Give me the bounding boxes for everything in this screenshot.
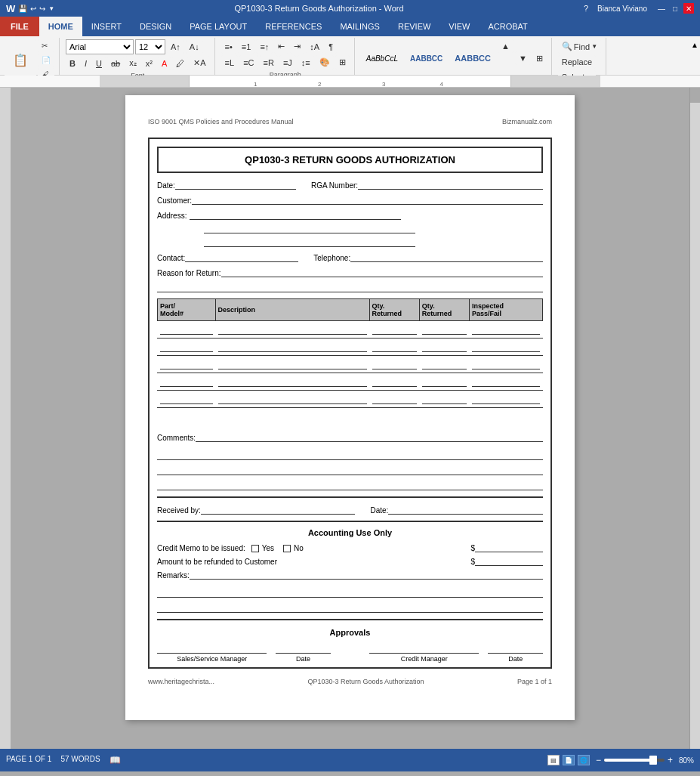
- credit-manager-sign[interactable]: [369, 643, 479, 654]
- align-left-button[interactable]: ≡L: [221, 55, 239, 70]
- read-mode-view[interactable]: 📄: [563, 755, 575, 765]
- sales-date-sign[interactable]: [276, 643, 331, 654]
- tab-acrobat[interactable]: ACROBAT: [479, 17, 536, 36]
- tab-view[interactable]: VIEW: [439, 17, 479, 36]
- highlight-button[interactable]: 🖊: [172, 57, 188, 70]
- show-marks-button[interactable]: ¶: [325, 39, 337, 54]
- print-layout-view[interactable]: ▤: [547, 755, 560, 765]
- style-heading2[interactable]: AABBCC: [449, 39, 496, 77]
- address-line1: Address:: [157, 209, 543, 220]
- line-spacing-button[interactable]: ↕≡: [298, 55, 314, 70]
- bullets-button[interactable]: ≡•: [221, 39, 236, 54]
- superscript-button[interactable]: x²: [142, 57, 156, 70]
- no-checkbox[interactable]: [283, 545, 291, 552]
- align-center-button[interactable]: ≡C: [239, 55, 257, 70]
- document-area[interactable]: ISO 9001 QMS Policies and Procedures Man…: [11, 88, 689, 749]
- styles-more-button[interactable]: ⊞: [532, 51, 547, 66]
- received-field[interactable]: [201, 504, 356, 515]
- bold-button[interactable]: B: [66, 57, 79, 70]
- help-icon[interactable]: ?: [584, 4, 588, 13]
- credit-date-sign[interactable]: [488, 643, 543, 654]
- address-field3[interactable]: [204, 237, 415, 247]
- font-name-select[interactable]: Arial: [66, 39, 134, 54]
- address-field2[interactable]: [204, 223, 415, 233]
- tab-page-layout[interactable]: PAGE LAYOUT: [180, 17, 256, 36]
- shrink-font-button[interactable]: A↓: [186, 40, 203, 54]
- numbering-button[interactable]: ≡1: [238, 39, 255, 54]
- minimize-button[interactable]: —: [656, 3, 667, 14]
- rga-field[interactable]: [358, 179, 543, 190]
- refund-amount-field[interactable]: [475, 555, 543, 566]
- yes-checkbox[interactable]: [251, 545, 259, 552]
- web-view[interactable]: 🌐: [578, 755, 590, 765]
- quick-access-more[interactable]: ▼: [48, 5, 54, 12]
- received-date-field[interactable]: [388, 504, 543, 515]
- quick-access-redo[interactable]: ↪: [39, 5, 45, 13]
- grow-font-button[interactable]: A↑: [167, 40, 184, 54]
- style-emphasis[interactable]: AaBbCcL: [361, 39, 403, 77]
- subscript-button[interactable]: x₂: [125, 56, 140, 70]
- comments-field2[interactable]: [157, 447, 543, 460]
- replace-button[interactable]: Replace: [558, 55, 596, 69]
- shading-button[interactable]: 🎨: [316, 55, 334, 70]
- reason-field[interactable]: [221, 267, 544, 277]
- tab-home[interactable]: HOME: [39, 17, 82, 36]
- comments-field4[interactable]: [157, 477, 543, 490]
- clear-format-button[interactable]: ✕A: [190, 56, 209, 70]
- increase-indent-button[interactable]: ⇥: [290, 39, 304, 54]
- ribbon-collapse-button[interactable]: ▲: [691, 41, 698, 49]
- styles-scroll-down[interactable]: ▼: [515, 51, 531, 65]
- received-label: Received by:: [157, 506, 201, 515]
- comments-field1[interactable]: [196, 431, 543, 442]
- no-label: No: [294, 544, 304, 552]
- decrease-indent-button[interactable]: ⇤: [274, 39, 288, 54]
- yes-label: Yes: [262, 544, 274, 552]
- remarks-field[interactable]: [190, 569, 543, 580]
- tab-insert[interactable]: INSERT: [82, 17, 131, 36]
- tab-review[interactable]: REVIEW: [389, 17, 439, 36]
- credit-amount-field[interactable]: [475, 542, 543, 552]
- zoom-level[interactable]: 80%: [679, 756, 694, 765]
- borders-button[interactable]: ⊞: [335, 55, 350, 70]
- remarks-field3[interactable]: [157, 599, 543, 613]
- tab-references[interactable]: REFERENCES: [256, 17, 331, 36]
- zoom-thumb[interactable]: [649, 756, 657, 765]
- find-button[interactable]: 🔍 Find ▼: [558, 39, 601, 54]
- reason-field2[interactable]: [157, 282, 543, 292]
- language-icon[interactable]: 📖: [109, 755, 121, 765]
- credit-date-label: Date: [488, 655, 543, 663]
- font-size-select[interactable]: 12: [135, 39, 165, 54]
- underline-button[interactable]: U: [92, 57, 106, 70]
- tab-mailings[interactable]: MAILINGS: [331, 17, 389, 36]
- maximize-button[interactable]: □: [670, 3, 680, 14]
- cut-button[interactable]: ✂: [38, 39, 54, 52]
- zoom-out-button[interactable]: −: [596, 755, 601, 765]
- address-field1[interactable]: [190, 209, 401, 220]
- contact-field[interactable]: [185, 252, 298, 262]
- comments-field3[interactable]: [157, 462, 543, 475]
- sales-manager-sign[interactable]: [157, 643, 267, 654]
- justify-button[interactable]: ≡J: [279, 55, 296, 70]
- telephone-field[interactable]: [350, 252, 543, 262]
- table-row: [158, 356, 543, 373]
- remarks-field2[interactable]: [157, 584, 543, 598]
- tab-design[interactable]: DESIGN: [131, 17, 180, 36]
- quick-access-save[interactable]: 💾: [18, 5, 27, 13]
- paste-button[interactable]: 📋: [5, 39, 36, 81]
- align-right-button[interactable]: ≡R: [260, 55, 278, 70]
- text-color-button[interactable]: A: [158, 57, 171, 70]
- customer-field[interactable]: [192, 194, 543, 205]
- style-heading1[interactable]: AABBCC: [405, 39, 448, 77]
- tab-file[interactable]: FILE: [0, 17, 39, 36]
- strikethrough-button[interactable]: ab: [107, 57, 124, 70]
- close-button[interactable]: ✕: [683, 3, 694, 14]
- multilevel-button[interactable]: ≡↑: [256, 39, 273, 54]
- date-field[interactable]: [175, 179, 296, 190]
- scroll-right[interactable]: [689, 88, 700, 749]
- quick-access-undo[interactable]: ↩: [30, 5, 36, 13]
- styles-scroll-up[interactable]: ▲: [498, 39, 513, 53]
- italic-button[interactable]: I: [81, 57, 91, 70]
- sort-button[interactable]: ↕A: [306, 39, 323, 54]
- copy-button[interactable]: 📄: [38, 54, 54, 66]
- zoom-in-button[interactable]: +: [668, 755, 673, 765]
